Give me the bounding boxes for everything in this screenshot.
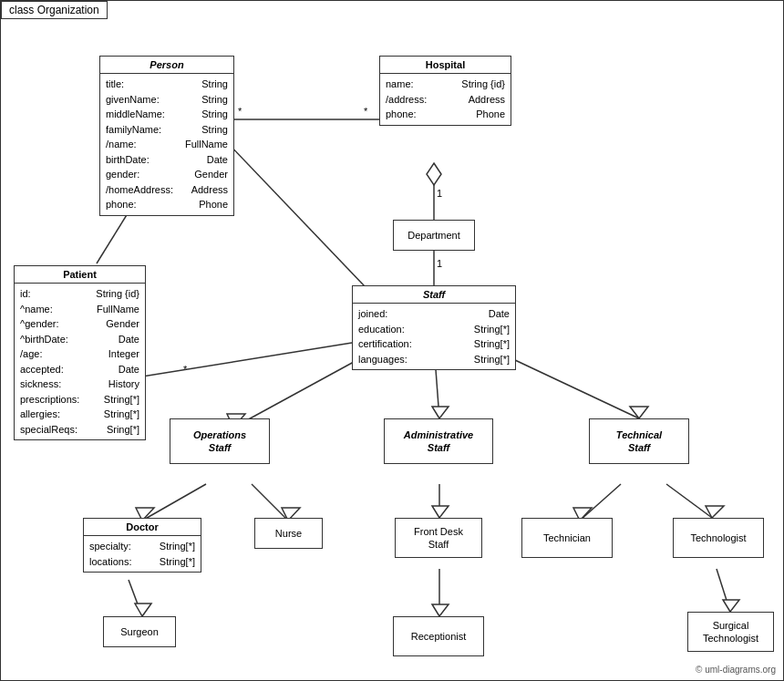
svg-line-30 (129, 580, 142, 616)
svg-marker-25 (432, 506, 449, 518)
class-person-attrs: title:String givenName:String middleName… (100, 74, 233, 215)
class-surgical-technologist-name: SurgicalTechnologist (703, 619, 758, 645)
svg-marker-3 (427, 163, 441, 185)
class-hospital: Hospital name:String {id} /address:Addre… (379, 56, 511, 126)
class-hospital-attrs: name:String {id} /address:Address phone:… (380, 74, 511, 125)
svg-marker-19 (630, 407, 648, 418)
class-receptionist: Receptionist (393, 616, 484, 656)
class-receptionist-name: Receptionist (411, 631, 467, 642)
class-nurse: Nurse (254, 518, 323, 549)
svg-text:*: * (364, 106, 368, 117)
class-technical-staff: TechnicalStaff (589, 418, 689, 464)
class-surgeon: Surgeon (103, 616, 176, 647)
class-doctor: Doctor specialty:String[*] locations:Str… (83, 518, 201, 573)
class-admin-staff-name: AdministrativeStaff (404, 428, 473, 455)
svg-marker-31 (135, 604, 151, 616)
class-department: Department (393, 220, 475, 251)
svg-line-20 (142, 484, 206, 521)
class-staff-attrs: joined:Date education:String[*] certific… (353, 304, 515, 369)
class-technician: Technician (521, 518, 613, 558)
class-technical-staff-name: TechnicalStaff (616, 428, 662, 455)
class-hospital-name: Hospital (380, 57, 511, 74)
svg-line-28 (666, 484, 712, 518)
class-operations-staff-name: OperationsStaff (193, 428, 246, 455)
diagram-container: class Organization * * 1 * 1 * (0, 0, 784, 681)
svg-line-12 (227, 142, 384, 306)
class-nurse-name: Nurse (275, 528, 302, 539)
class-person-name: Person (100, 57, 233, 74)
class-surgical-technologist: SurgicalTechnologist (687, 612, 774, 652)
svg-text:*: * (238, 106, 242, 117)
class-patient-attrs: id:String {id} ^name:FullName ^gender:Ge… (15, 284, 145, 439)
diagram-title: class Organization (1, 1, 108, 19)
svg-text:*: * (183, 364, 188, 375)
class-admin-staff: AdministrativeStaff (384, 418, 493, 464)
svg-line-34 (717, 569, 730, 612)
class-patient-name: Patient (15, 266, 145, 284)
class-staff-name: Staff (353, 286, 515, 304)
svg-line-26 (580, 484, 621, 521)
class-technologist: Technologist (673, 518, 764, 558)
copyright-text: © uml-diagrams.org (696, 665, 776, 675)
class-patient: Patient id:String {id} ^name:FullName ^g… (14, 265, 146, 440)
class-department-name: Department (407, 230, 459, 241)
class-technician-name: Technician (543, 532, 591, 543)
class-operations-staff: OperationsStaff (170, 418, 270, 464)
svg-marker-29 (706, 506, 724, 518)
class-surgeon-name: Surgeon (120, 626, 159, 637)
class-technologist-name: Technologist (690, 532, 746, 543)
svg-marker-17 (432, 407, 449, 418)
class-staff: Staff joined:Date education:String[*] ce… (352, 285, 516, 370)
svg-text:1: 1 (437, 258, 442, 269)
class-doctor-attrs: specialty:String[*] locations:String[*] (84, 536, 201, 572)
svg-marker-35 (723, 600, 739, 612)
class-front-desk-staff: Front DeskStaff (395, 518, 482, 558)
svg-marker-33 (432, 604, 449, 616)
class-person: Person title:String givenName:String mid… (99, 56, 234, 216)
class-front-desk-staff-name: Front DeskStaff (414, 525, 463, 552)
svg-line-22 (252, 484, 288, 521)
svg-text:1: 1 (437, 188, 442, 199)
class-doctor-name: Doctor (84, 519, 201, 536)
